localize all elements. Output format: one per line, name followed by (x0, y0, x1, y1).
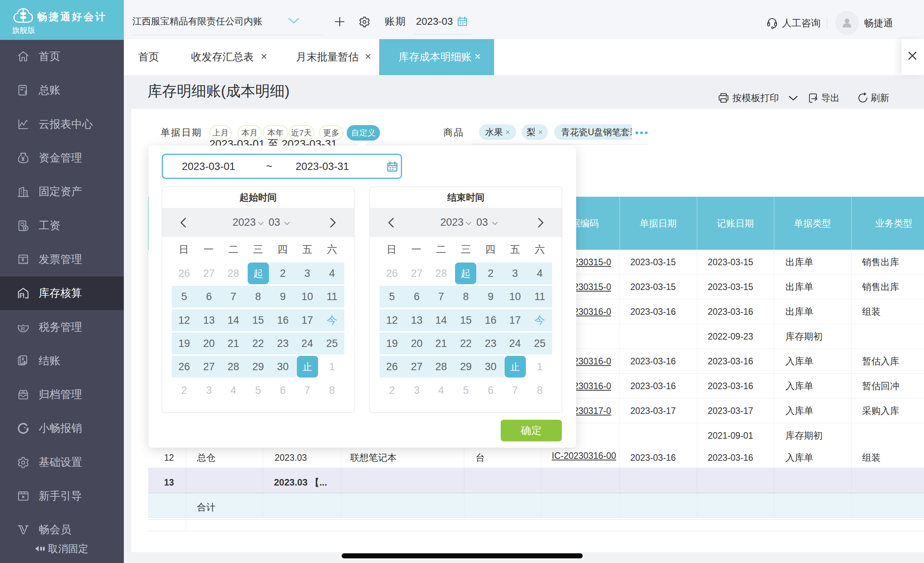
svg-text:¥: ¥ (24, 226, 27, 230)
svg-text:¥: ¥ (22, 257, 24, 263)
svg-text:税: 税 (20, 326, 25, 331)
svg-text:¥: ¥ (24, 90, 27, 95)
svg-text:¥: ¥ (21, 156, 25, 162)
svg-text:¥: ¥ (22, 357, 24, 361)
